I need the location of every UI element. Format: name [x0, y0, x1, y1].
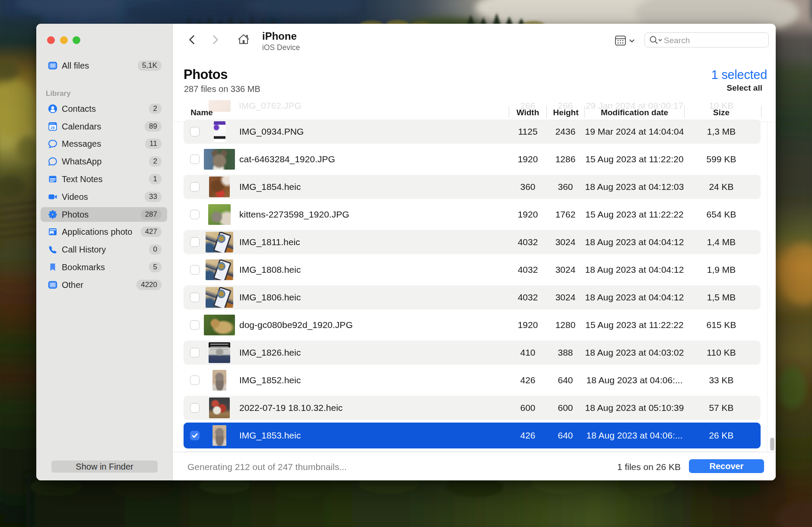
svg-text:29: 29 — [51, 126, 55, 130]
